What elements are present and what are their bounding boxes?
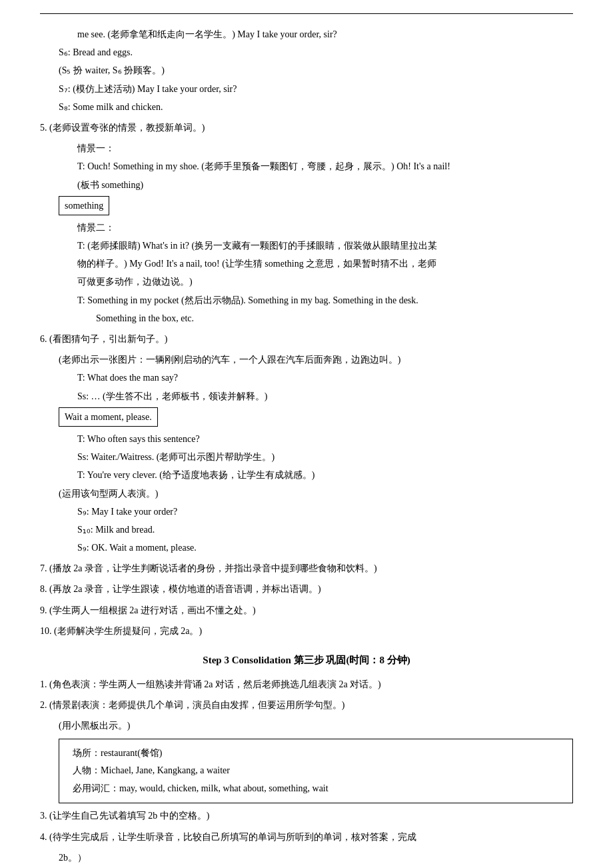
scenario2-t3: 可做更多动作，边做边说。) (40, 273, 573, 290)
scenario-vocabulary: 必用词汇：may, would, chicken, milk, what abo… (73, 780, 559, 798)
step3-heading: Step 3 Consolidation 第三步 巩固(时间：8 分钟) (40, 651, 573, 669)
item6-note: (老师出示一张图片：一辆刚刚启动的汽车，一个人跟在汽车后面奔跑，边跑边叫。) (40, 351, 573, 368)
scenario2-t2: 物的样子。) My God! It's a nail, too! (让学生猜 s… (40, 255, 573, 272)
scenario-info-box: 场所：restaurant(餐馆) 人物：Michael, Jane, Kang… (59, 739, 573, 804)
item6-ss2: Ss: Waiter./Waitress. (老师可出示图片帮助学生。) (40, 449, 573, 465)
item9: 9. (学生两人一组根据 2a 进行对话，画出不懂之处。) (40, 602, 573, 619)
step3-item1: 1. (角色表演：学生两人一组熟读并背诵 2a 对话，然后老师挑选几组表演 2a… (40, 676, 573, 693)
wait-boxed-container: Wait a moment, please. (59, 406, 573, 428)
s10-line: S₁₀: Milk and bread. (40, 521, 573, 538)
item6-t2: T: Who often says this sentence? (40, 431, 573, 447)
item6-t: T: What does the man say? (40, 369, 573, 386)
main-content: me see. (老师拿笔和纸走向一名学生。) May I take your … (40, 26, 573, 868)
s7-line: S₇: (模仿上述活动) May I take your order, sir? (40, 81, 573, 97)
step3-item4b: 2b。） (40, 849, 573, 866)
scenario1-label: 情景一： (40, 140, 573, 157)
scenario2-t4: T: Something in my pocket (然后出示物品). Some… (40, 292, 573, 309)
top-divider (40, 13, 573, 14)
s5s6-note: (S₅ 扮 waiter, S₆ 扮顾客。) (40, 62, 573, 79)
scenario1-t: T: Ouch! Something in my shoe. (老师手里预备一颗… (40, 158, 573, 175)
scenario-characters: 人物：Michael, Jane, Kangkang, a waiter (73, 762, 559, 780)
something-box: something (59, 196, 109, 215)
scenario1-note: (板书 something) (40, 177, 573, 193)
item6-note2: (运用该句型两人表演。) (40, 485, 573, 502)
step3-item4: 4. (待学生完成后，让学生听录音，比较自己所填写的单词与所听到的单词，核对答案… (40, 829, 573, 845)
item6: 6. (看图猜句子，引出新句子。) (40, 331, 573, 347)
item10: 10. (老师解决学生所提疑问，完成 2a。) (40, 623, 573, 639)
s9-line: S₉: May I take your order? (40, 503, 573, 520)
item8: 8. (再放 2a 录音，让学生跟读，模仿地道的语音语调，并标出语调。) (40, 581, 573, 597)
scenario2-t5: Something in the box, etc. (40, 310, 573, 327)
scenario2-t1: T: (老师揉眼睛) What's in it? (换另一支藏有一颗图钉的手揉眼… (40, 237, 573, 254)
something-boxed-container: something (59, 195, 573, 217)
intro-line: me see. (老师拿笔和纸走向一名学生。) May I take your … (40, 26, 573, 43)
s8-line: S₈: Some milk and chicken. (40, 99, 573, 115)
s6-line: S₆: Bread and eggs. (40, 44, 573, 61)
item7: 7. (播放 2a 录音，让学生判断说话者的身份，并指出录音中提到哪些食物和饮料… (40, 560, 573, 577)
step3-item3: 3. (让学生自己先试着填写 2b 中的空格。) (40, 807, 573, 824)
scenario-location: 场所：restaurant(餐馆) (73, 745, 559, 763)
item5: 5. (老师设置夸张的情景，教授新单词。) (40, 119, 573, 136)
step3-item2-note: (用小黑板出示。) (40, 717, 573, 734)
step3-item2-intro: 2. (情景剧表演：老师提供几个单词，演员自由发挥，但要运用所学句型。) (40, 697, 573, 713)
s9b-line: S₉: OK. Wait a moment, please. (40, 539, 573, 556)
item6-t3: T: You're very clever. (给予适度地表扬，让学生有成就感。… (40, 467, 573, 483)
scenario2-label: 情景二： (40, 219, 573, 236)
item6-ss: Ss: … (学生答不出，老师板书，领读并解释。) (40, 388, 573, 405)
wait-box: Wait a moment, please. (59, 407, 158, 427)
